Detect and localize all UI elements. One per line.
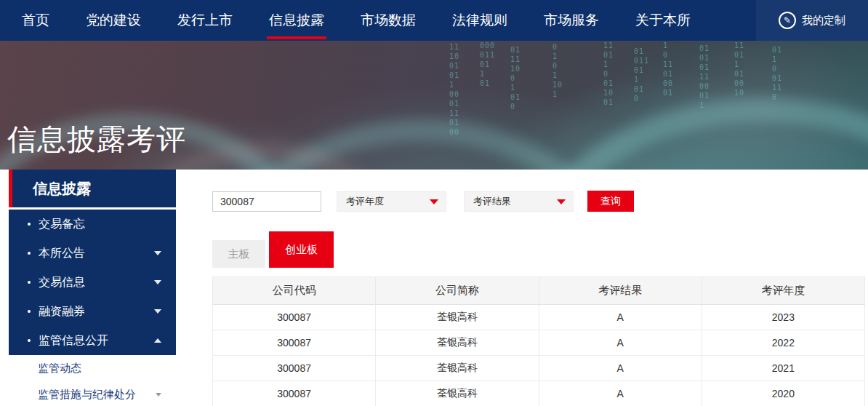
cell-evaluation-year: 2021 — [702, 356, 864, 381]
sidebar-item-label: 交易信息 — [39, 275, 154, 290]
chevron-down-icon — [154, 309, 161, 314]
bullet-dot-icon — [28, 310, 31, 313]
table-row: 300087 荃银高科 A 2023 — [213, 305, 865, 330]
sidebar-item-regulatory-disclosure[interactable]: 监管信息公开 — [9, 326, 176, 355]
page-title: 信息披露考评 — [7, 119, 186, 159]
binary-digits-decoration: 01 11 10 0 1 01 0 — [510, 45, 521, 111]
bullet-dot-icon — [28, 252, 31, 255]
evaluation-year-select[interactable]: 考评年度 — [337, 191, 446, 212]
nav-item-party-building[interactable]: 党的建设 — [86, 0, 141, 41]
sidebar-submenu: 监管动态 监管措施与纪律处分 — [9, 355, 176, 406]
hero-arc — [218, 119, 625, 170]
nav-item-home[interactable]: 首页 — [22, 0, 49, 41]
table-header-row: 公司代码 公司简称 考评结果 考评年度 — [213, 277, 865, 305]
cell-company-code: 300087 — [213, 381, 376, 406]
sidebar-subitem-regulatory-news[interactable]: 监管动态 — [9, 355, 176, 381]
nav-item-market-data[interactable]: 市场数据 — [361, 0, 416, 41]
binary-digits-decoration: 11 01 1 0 01 10 01 — [603, 41, 614, 107]
sidebar-subitem-label: 监管动态 — [38, 362, 161, 375]
chevron-up-icon — [154, 338, 161, 343]
binary-digits-decoration: 11 01 1 01 00 10 — [734, 41, 744, 97]
bullet-dot-icon — [28, 223, 31, 226]
sidebar-item-margin-trading[interactable]: 融资融券 — [9, 297, 176, 326]
nav-item-rules[interactable]: 法律规则 — [452, 0, 507, 41]
column-header-evaluation-year: 考评年度 — [702, 277, 864, 305]
sidebar-item-label: 融资融券 — [39, 304, 154, 319]
chevron-down-icon — [430, 199, 438, 204]
sidebar-item-label: 本所公告 — [39, 246, 154, 261]
binary-digits-decoration: 0 1 0 1 10 1 — [552, 42, 563, 99]
hero-banner: 11 10 01 01 1 00 01 11 01 00 000 011 01 … — [0, 41, 868, 170]
search-button[interactable]: 查询 — [587, 191, 634, 212]
chevron-down-icon — [557, 199, 566, 204]
tab-chinext-board[interactable]: 创业板 — [269, 231, 334, 268]
tab-main-board[interactable]: 主板 — [212, 240, 265, 268]
cell-evaluation-result: A — [539, 330, 702, 356]
my-customization-button[interactable]: ✎ 我的定制 — [756, 0, 868, 41]
sidebar-item-exchange-announcements[interactable]: 本所公告 — [9, 239, 176, 268]
evaluation-result-select[interactable]: 考评结果 — [464, 191, 574, 212]
chevron-down-icon — [154, 280, 161, 284]
sidebar-item-trading-info[interactable]: 交易信息 — [9, 268, 176, 297]
cell-company-name: 荃银高科 — [376, 305, 539, 330]
chevron-down-icon — [154, 251, 161, 255]
cell-evaluation-year: 2023 — [702, 305, 864, 330]
sidebar-menu: 交易备忘 本所公告 交易信息 融资融券 监管信息公开 — [9, 210, 176, 355]
sidebar-title: 信息披露 — [9, 170, 176, 207]
cell-company-code: 300087 — [213, 330, 376, 356]
nav-item-about[interactable]: 关于本所 — [635, 0, 691, 41]
nav-item-listing[interactable]: 发行上市 — [177, 0, 233, 41]
pencil-circle-icon: ✎ — [779, 12, 796, 29]
table-row: 300087 荃银高科 A 2021 — [213, 356, 865, 381]
cell-evaluation-result: A — [539, 305, 702, 330]
top-navigation: 首页 党的建设 发行上市 信息披露 市场数据 法律规则 市场服务 关于本所 — [0, 0, 868, 41]
sidebar-subitem-regulatory-measures[interactable]: 监管措施与纪律处分 — [9, 381, 176, 406]
binary-digits-decoration: 01 01 01 11 00 01 1 — [699, 44, 710, 110]
evaluation-results-table: 公司代码 公司简称 考评结果 考评年度 300087 荃银高科 A 2023 3… — [212, 276, 865, 406]
bullet-dot-icon — [28, 281, 31, 284]
my-customization-label: 我的定制 — [802, 14, 845, 28]
cell-evaluation-year: 2020 — [702, 381, 864, 406]
cell-evaluation-result: A — [539, 381, 702, 406]
cell-company-name: 荃银高科 — [376, 381, 539, 406]
chevron-down-icon — [156, 393, 161, 397]
hero-arc — [523, 97, 868, 170]
bullet-dot-icon — [28, 339, 31, 342]
table-row: 300087 荃银高科 A 2022 — [213, 330, 865, 356]
table-row: 300087 荃银高科 A 2020 — [213, 381, 865, 406]
nav-item-disclosure[interactable]: 信息披露 — [269, 0, 324, 41]
binary-digits-decoration: 01 011 01 1 01 0 — [634, 47, 649, 103]
binary-digits-decoration: 01 1 0 01 11 0 — [772, 45, 782, 102]
binary-digits-decoration: 000 011 01 1 01 — [480, 41, 495, 88]
cell-evaluation-result: A — [539, 356, 702, 381]
sidebar-item-label: 监管信息公开 — [39, 333, 154, 349]
sidebar-item-trading-memo[interactable]: 交易备忘 — [9, 210, 176, 239]
cell-company-code: 300087 — [213, 305, 376, 330]
sidebar-item-label: 交易备忘 — [39, 217, 161, 232]
evaluation-result-value: 考评结果 — [473, 195, 557, 208]
company-code-input[interactable] — [212, 191, 321, 212]
column-header-company-code: 公司代码 — [213, 277, 376, 305]
column-header-evaluation-result: 考评结果 — [539, 277, 702, 305]
cell-company-code: 300087 — [213, 356, 376, 381]
binary-digits-decoration: 11 10 01 01 1 00 01 11 01 00 — [449, 42, 459, 137]
sidebar-subitem-label: 监管措施与纪律处分 — [38, 388, 156, 402]
nav-item-market-services[interactable]: 市场服务 — [544, 0, 599, 41]
column-header-company-name: 公司简称 — [376, 277, 539, 305]
cell-evaluation-year: 2022 — [702, 330, 864, 356]
binary-digits-decoration: 1 0 11 01 00 01 — [663, 41, 673, 97]
cell-company-name: 荃银高科 — [376, 330, 539, 356]
evaluation-year-value: 考评年度 — [346, 195, 430, 208]
cell-company-name: 荃银高科 — [376, 356, 539, 381]
